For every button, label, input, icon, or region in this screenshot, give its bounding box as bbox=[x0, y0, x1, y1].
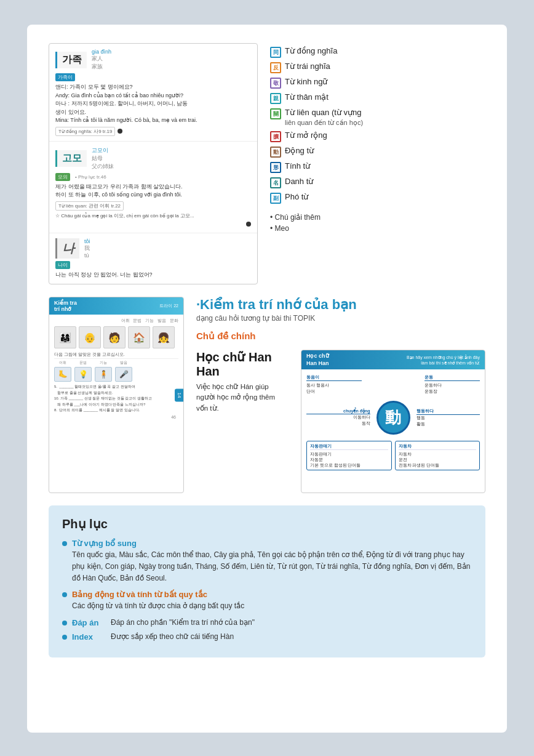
vocab-note-gajok: Từ đồng nghĩa: 사9 tr.19 bbox=[55, 127, 251, 136]
vocab-badge-gomo1: 모의 bbox=[55, 173, 70, 181]
hochuhan-desc: Việc học chữ Hán giúpngười học mở rộng t… bbox=[196, 382, 295, 414]
vocab-content-na: 나는 아직 정상 안 됩었어. 너는 됩었어? bbox=[55, 271, 251, 279]
icon-trai-nghia: 反 bbox=[270, 62, 281, 73]
vocab-header-gajok: 가족 gia đình 家人家族 bbox=[55, 49, 251, 71]
phuluc-title-2: Bảng động từ và tính từ bất quy tắc bbox=[72, 590, 244, 599]
vocab-note-box-gomo: Từ liên quan: 관련 어휘 tr.22 bbox=[55, 201, 124, 211]
diagram-center-row: chuyển động 이동하다동작 動 행동하다 행동활동 bbox=[306, 401, 480, 435]
quiz-col-1: 어휘 🦶 bbox=[54, 360, 71, 382]
phuluc-item-2: Bảng động từ và tính từ bất quy tắc Các … bbox=[62, 590, 472, 612]
diag-label-4: 행동하다 bbox=[416, 408, 480, 415]
diag-content-1: 동사 형용사단어 bbox=[306, 382, 362, 395]
label-mo-rong: Từ mở rộng bbox=[285, 131, 327, 141]
vocab-note-box-gajok: Từ đồng nghĩa: 사9 tr.19 bbox=[55, 127, 115, 136]
quiz-section-label-1: 다음 그림에 알맞은 것을 고르십시오. bbox=[54, 352, 178, 359]
diagram-header: Học chữHan Han Bạn hãy xem những chú ý l… bbox=[301, 350, 485, 369]
phuluc-content-2: Bảng động từ và tính từ bất quy tắc Các … bbox=[72, 590, 244, 612]
icon-tinh-tu: 形 bbox=[270, 162, 281, 173]
label-dong-tu: Động từ bbox=[285, 146, 314, 156]
quiz-col-label-1: 어휘 bbox=[59, 360, 66, 366]
menu-item-danh-tu: 名 Danh từ bbox=[270, 177, 485, 188]
vocab-note-gomo: Từ liên quan: 관련 어휘 tr.22 bbox=[55, 201, 251, 211]
diagram-top-left: 동음이 동사 형용사단어 bbox=[306, 374, 362, 395]
hochuhan-title: Học chữ Han Han bbox=[196, 350, 295, 379]
vocab-viet-gomo: 고모이 bbox=[92, 147, 114, 155]
dot-marker-gomo bbox=[246, 222, 251, 227]
quiz-panel-body: 어휘 문법 기능 발음 문화 👨‍👩‍👧 👴 🧑 🏠 👧 다음 그림에 알맞은 … bbox=[49, 315, 183, 424]
phuluc-inline-desc-3: Đáp án cho phần "Kiểm tra trí nhớ của bạ… bbox=[111, 618, 255, 627]
icon-lien-quan: 關 bbox=[270, 108, 281, 119]
main-page: 가족 gia đình 家人家族 가족이 앤디: 가족이 모두 몇 명이에요? … bbox=[27, 25, 507, 733]
label-tinh-tu: Tính từ bbox=[285, 161, 310, 172]
quiz-img-2: 👴 bbox=[79, 326, 101, 348]
phuluc-inline-title-4: Index bbox=[72, 632, 106, 641]
quiz-page-num: 46 bbox=[54, 414, 178, 420]
quiz-items-row: 어휘 🦶 문법 💡 기능 🧍 발음 🎤 bbox=[54, 360, 178, 382]
label-lien-quan: Từ liên quan (từ vựngliên quan đến từ cầ… bbox=[285, 108, 363, 127]
kiemtra-block: ·Kiểm tra trí nhớ của bạn dạng câu hỏi t… bbox=[196, 297, 485, 323]
quiz-small-img-2: 💡 bbox=[74, 367, 92, 382]
vocab-extra-gomo: ☆ Cháu gái của mẹ gọi la 이모, chị em gái … bbox=[55, 212, 251, 219]
menu-item-trai-nghia: 反 Từ trái nghĩa bbox=[270, 62, 485, 73]
vocab-entry-na: 나 tôi 我tú 나이 나는 아직 정상 안 됩었어. 너는 됩었어? bbox=[49, 233, 257, 284]
phuluc-section: Phụ lục Từ vựng bổ sung Tên quốc gia, Mà… bbox=[49, 505, 485, 657]
phuluc-bullet-4 bbox=[62, 635, 67, 640]
vocab-panel: 가족 gia đình 家人家族 가족이 앤디: 가족이 모두 몇 명이에요? … bbox=[49, 43, 258, 284]
kiemtra-title: ·Kiểm tra trí nhớ của bạn bbox=[196, 297, 485, 313]
middle-right: ·Kiểm tra trí nhớ của bạn dạng câu hỏi t… bbox=[196, 297, 485, 493]
vocab-korean-gomo: 고모 bbox=[55, 150, 87, 167]
vocab-hanja-gajok: 家人家族 bbox=[92, 55, 111, 71]
side-tab: 14 bbox=[175, 388, 184, 401]
quiz-small-img-3: 🧍 bbox=[95, 367, 112, 382]
note-chu-giai: • Chú giải thêm bbox=[270, 213, 485, 222]
diag-box-1: 자동판매기 자동판매기자동문기본 뜻으로 합성된 단어들 bbox=[306, 441, 392, 470]
big-char-circle: 動 bbox=[377, 401, 410, 435]
vocab-hanja-gomo: 姑母父の姉妹 bbox=[92, 155, 114, 171]
icon-dong-nghia: 同 bbox=[270, 47, 281, 58]
quiz-panel: Kiểm tratrí nhớ 트라이 22 어휘 문법 기능 발음 문화 👨‍… bbox=[49, 297, 184, 493]
label-danh-tu: Danh từ bbox=[285, 177, 313, 187]
icon-mo-rong: 擴 bbox=[270, 131, 281, 142]
diag-left-words: chuyển động 이동하다동작 bbox=[306, 409, 370, 427]
phuluc-desc-2: Các động từ và tính từ được chia ở dạng … bbox=[72, 600, 244, 612]
quiz-col-2: 문법 💡 bbox=[74, 360, 92, 382]
label-trai-nghia: Từ trái nghĩa bbox=[285, 62, 330, 72]
phuluc-bullet-3 bbox=[62, 621, 67, 625]
icon-danh-tu: 名 bbox=[270, 177, 281, 188]
vocab-entry-gajok: 가족 gia đình 家人家族 가족이 앤디: 가족이 모두 몇 명이에요? … bbox=[49, 44, 257, 142]
diag-box-content-1: 자동판매기자동문기본 뜻으로 합성된 단어들 bbox=[310, 451, 388, 468]
quiz-img-3: 🧑 bbox=[103, 326, 126, 348]
icon-than-mat: 親 bbox=[270, 93, 281, 104]
vocab-badge-gajok: 가족이 bbox=[55, 73, 75, 81]
quiz-col-label-4: 발음 bbox=[120, 360, 127, 366]
phuluc-item-4: Index Được sắp xếp theo chữ cái tiếng Hà… bbox=[62, 632, 472, 641]
dot-marker-gajok bbox=[118, 129, 122, 134]
vocab-viet-na: tôi bbox=[84, 238, 90, 244]
hochuhan-diagram: Học chữHan Han Bạn hãy xem những chú ý l… bbox=[301, 350, 485, 493]
quiz-col-4: 발음 🎤 bbox=[115, 360, 132, 382]
hochuhan-text: Học chữ Han Han Việc học chữ Hán giúpngư… bbox=[196, 350, 295, 493]
diag-content-3: 이동하다동작 bbox=[306, 414, 370, 427]
quiz-text-lines: 5. _______ 할때것있으면 올/를 꼭 같고 전달하여 함부로 줄을 선… bbox=[54, 384, 178, 414]
quiz-img-4: 🏠 bbox=[128, 326, 150, 348]
vocab-header-gomo: 고모 고모이 姑母父の姉妹 bbox=[55, 147, 251, 171]
vocab-header-na: 나 tôi 我tú bbox=[55, 238, 251, 259]
quiz-images-row: 👨‍👩‍👧 👴 🧑 🏠 👧 bbox=[54, 326, 178, 348]
phuluc-desc-1: Tên quốc gia, Màu sắc, Các môn thể thao,… bbox=[72, 549, 472, 584]
hochuhan-section: Học chữ Han Han Việc học chữ Hán giúpngư… bbox=[196, 350, 485, 493]
diagram-header-title: Học chữHan Han bbox=[306, 353, 329, 367]
label-kinh-ngu: Từ kinh ngữ bbox=[285, 77, 327, 87]
quiz-col-label-3: 기능 bbox=[100, 360, 107, 366]
quiz-small-img-1: 🦶 bbox=[54, 367, 71, 382]
menu-item-dong-tu: 動 Động từ bbox=[270, 146, 485, 158]
icon-kinh-ngu: 敬 bbox=[270, 78, 281, 89]
sidebar-notes: • Chú giải thêm • Meo bbox=[270, 213, 485, 233]
diag-label-1: 동음이 bbox=[306, 374, 362, 381]
phuluc-inline-desc-4: Được sắp xếp theo chữ cái tiếng Hàn bbox=[111, 632, 234, 641]
note-meo: • Meo bbox=[270, 224, 485, 233]
diagram-bottom-boxes: 자동판매기 자동판매기자동문기본 뜻으로 합성된 단어들 자동차 자동차운전전동… bbox=[306, 441, 480, 470]
phuluc-bullet-2 bbox=[62, 592, 67, 597]
diagram-center: chuyển động 이동하다동작 動 행동하다 행동활동 bbox=[306, 401, 480, 435]
phuluc-item-3: Đáp án Đáp án cho phần "Kiểm tra trí nhớ… bbox=[62, 618, 472, 627]
phuluc-bullet-1 bbox=[62, 541, 67, 546]
